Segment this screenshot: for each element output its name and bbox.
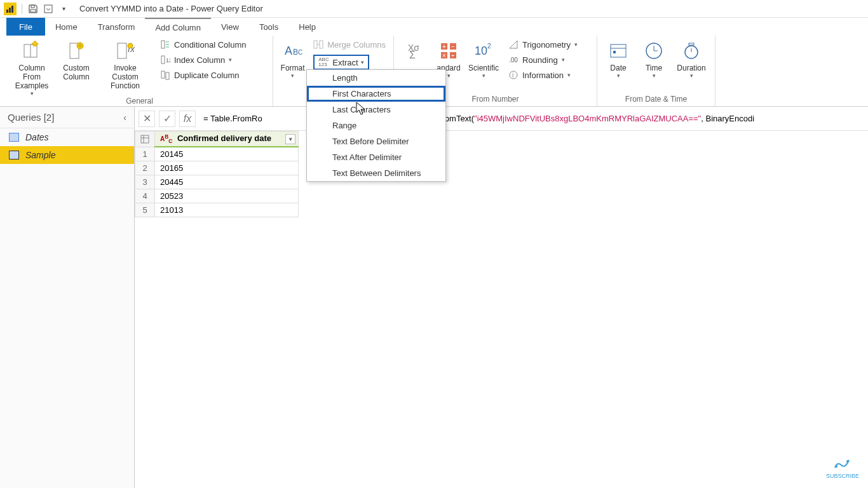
- table-icon: [9, 133, 19, 142]
- menu-item-first-characters[interactable]: First Characters: [307, 86, 445, 102]
- conditional-column-button[interactable]: Conditional Column: [158, 38, 248, 51]
- app-icon: [4, 3, 17, 15]
- date-button[interactable]: Date: [602, 38, 634, 79]
- accept-formula-button[interactable]: ✓: [159, 111, 175, 127]
- svg-marker-8: [31, 41, 38, 46]
- svg-rect-14: [161, 41, 165, 48]
- svg-text:A: A: [285, 44, 292, 57]
- table-icon: [9, 151, 19, 159]
- svg-rect-2: [11, 6, 13, 13]
- select-all-corner[interactable]: [135, 132, 155, 147]
- svg-rect-11: [118, 43, 126, 58]
- column-from-examples-button[interactable]: Column From Examples: [11, 38, 52, 97]
- tab-help[interactable]: Help: [288, 18, 326, 36]
- cell[interactable]: 20145: [155, 147, 299, 161]
- cell[interactable]: 21013: [155, 203, 299, 217]
- fx-button[interactable]: fx: [179, 111, 196, 127]
- save-icon[interactable]: [27, 3, 39, 15]
- index-column-button[interactable]: 123 Index Column ▾: [158, 53, 248, 66]
- tab-home[interactable]: Home: [45, 18, 88, 36]
- svg-text:.00: .00: [509, 57, 518, 64]
- row-number[interactable]: 5: [135, 203, 155, 217]
- tab-view[interactable]: View: [211, 18, 249, 36]
- svg-text:C: C: [298, 49, 302, 56]
- extract-dropdown-menu: Length First Characters Last Characters …: [306, 69, 446, 182]
- menu-item-length[interactable]: Length: [307, 70, 445, 86]
- extract-button[interactable]: ABC123 Extract ▾: [311, 53, 388, 71]
- svg-point-52: [846, 460, 849, 463]
- svg-text:+: +: [442, 43, 446, 50]
- query-item-sample[interactable]: Sample: [0, 146, 134, 164]
- column-type-icon: ABC: [160, 135, 172, 142]
- svg-text:B: B: [293, 48, 298, 57]
- window-title: Convert YYMMD into a Date - Power Query …: [79, 4, 263, 13]
- subscribe-watermark: SUBSCRIBE: [826, 455, 859, 479]
- statistics-button[interactable]: ΧσΣ: [399, 38, 430, 72]
- scientific-button[interactable]: 102 Scientific: [468, 38, 499, 79]
- cancel-formula-button[interactable]: ✕: [139, 111, 155, 127]
- svg-text:÷: ÷: [451, 52, 455, 59]
- merge-columns-button[interactable]: Merge Columns: [311, 38, 388, 51]
- tab-file[interactable]: File: [6, 18, 45, 36]
- menu-item-text-before-delimiter[interactable]: Text Before Delimiter: [307, 133, 445, 149]
- information-button[interactable]: i Information▾: [506, 69, 580, 81]
- svg-rect-0: [6, 10, 8, 13]
- group-label-general: General: [11, 97, 268, 107]
- column-header-confirmed-delivery-date[interactable]: ABC Confirmed delivery date ▾: [155, 132, 299, 147]
- row-number[interactable]: 1: [135, 147, 155, 161]
- format-button[interactable]: ABC Format: [278, 38, 307, 79]
- menu-item-last-characters[interactable]: Last Characters: [307, 102, 445, 118]
- query-item-dates[interactable]: Dates: [0, 128, 134, 146]
- column-filter-button[interactable]: ▾: [285, 134, 295, 144]
- rounding-button[interactable]: .00 Rounding▾: [506, 53, 580, 66]
- invoke-custom-function-button[interactable]: fx Invoke Custom Function: [100, 38, 150, 90]
- svg-text:Σ: Σ: [409, 50, 416, 60]
- collapse-queries-icon[interactable]: ‹: [123, 112, 126, 123]
- tab-tools[interactable]: Tools: [249, 18, 288, 36]
- qat-customize-icon[interactable]: ▾: [58, 3, 69, 15]
- svg-point-13: [128, 43, 133, 48]
- svg-rect-18: [166, 72, 169, 79]
- svg-rect-46: [689, 43, 694, 45]
- svg-rect-23: [320, 41, 323, 48]
- group-label-from-datetime: From Date & Time: [602, 95, 710, 105]
- ribbon-tabs: File Home Transform Add Column View Tool…: [0, 18, 868, 36]
- svg-text:2: 2: [487, 43, 491, 50]
- svg-text:×: ×: [442, 52, 446, 59]
- svg-rect-1: [9, 8, 11, 13]
- time-button[interactable]: Time: [638, 38, 670, 79]
- menu-item-range[interactable]: Range: [307, 118, 445, 133]
- formula-text[interactable]: = Table.FromRoxxxxxxxxxxxxxxxxxxxxxxxxxx…: [200, 114, 864, 123]
- menu-item-text-after-delimiter[interactable]: Text After Delimiter: [307, 149, 445, 165]
- svg-rect-3: [31, 5, 34, 8]
- svg-text:−: −: [451, 43, 455, 50]
- duplicate-column-button[interactable]: Duplicate Column: [158, 69, 248, 81]
- svg-text:10: 10: [475, 44, 487, 57]
- svg-rect-5: [44, 5, 52, 13]
- svg-rect-39: [611, 44, 626, 57]
- row-number[interactable]: 4: [135, 189, 155, 203]
- queries-panel: Queries [2] ‹ Dates Sample: [0, 107, 135, 488]
- formula-bar: ✕ ✓ fx = Table.FromRoxxxxxxxxxxxxxxxxxxx…: [135, 107, 868, 131]
- title-bar: ▾ Convert YYMMD into a Date - Power Quer…: [0, 0, 868, 18]
- cell[interactable]: 20165: [155, 161, 299, 175]
- row-number[interactable]: 3: [135, 175, 155, 189]
- menu-item-text-between-delimiters[interactable]: Text Between Delimiters: [307, 165, 445, 181]
- cell[interactable]: 20445: [155, 175, 299, 189]
- trigonometry-button[interactable]: Trigonometry▾: [506, 38, 580, 51]
- data-grid: ABC Confirmed delivery date ▾ 120145 220…: [135, 131, 868, 217]
- cell[interactable]: 20523: [155, 189, 299, 203]
- svg-text:i: i: [512, 72, 513, 79]
- tab-add-column[interactable]: Add Column: [145, 18, 211, 36]
- svg-rect-4: [31, 10, 36, 12]
- qat-dropdown-icon[interactable]: [43, 3, 54, 15]
- svg-rect-17: [161, 71, 165, 78]
- svg-rect-41: [613, 51, 616, 53]
- tab-transform[interactable]: Transform: [88, 18, 146, 36]
- custom-column-button[interactable]: Custom Column: [56, 38, 97, 81]
- svg-rect-22: [314, 41, 317, 48]
- row-number[interactable]: 2: [135, 161, 155, 175]
- svg-rect-15: [161, 56, 165, 64]
- duration-button[interactable]: Duration: [674, 38, 709, 79]
- svg-rect-48: [141, 135, 149, 143]
